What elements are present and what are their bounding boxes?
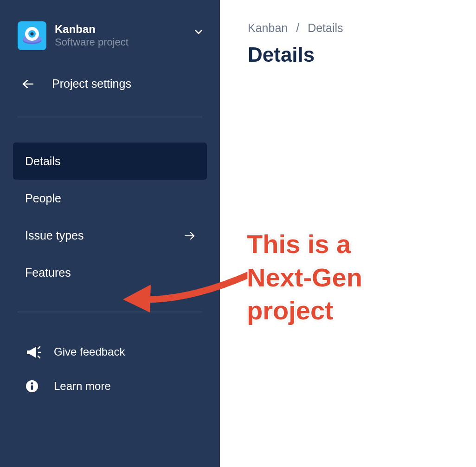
arrow-left-icon (21, 80, 34, 88)
nav-label: Details (25, 155, 60, 168)
sidebar-bottom-links: Give feedback Learn more (13, 335, 207, 403)
project-title-block: Kanban Software project (55, 23, 191, 48)
info-icon (25, 379, 44, 393)
svg-line-7 (38, 356, 40, 358)
breadcrumb: Kanban / Details (248, 21, 476, 35)
nav-label: Features (25, 266, 71, 279)
project-name: Kanban (55, 23, 191, 35)
feedback-label: Give feedback (54, 345, 125, 358)
give-feedback-link[interactable]: Give feedback (13, 335, 207, 369)
svg-point-4 (31, 32, 34, 36)
nav-item-people[interactable]: People (13, 180, 207, 217)
settings-nav: Details People Issue types Features (13, 143, 207, 291)
nav-item-details[interactable]: Details (13, 143, 207, 180)
svg-line-5 (38, 347, 40, 349)
page-title: Details (248, 43, 476, 66)
breadcrumb-current: Details (308, 21, 343, 35)
learn-more-link[interactable]: Learn more (13, 369, 207, 403)
project-type: Software project (55, 36, 191, 48)
back-to-project[interactable]: Project settings (13, 77, 207, 91)
svg-rect-10 (31, 385, 33, 390)
nav-item-features[interactable]: Features (13, 254, 207, 291)
nav-label: People (25, 192, 61, 205)
breadcrumb-root[interactable]: Kanban (248, 21, 288, 35)
megaphone-icon (25, 345, 44, 359)
nav-label: Issue types (25, 229, 84, 242)
arrow-right-icon (185, 229, 195, 242)
back-label: Project settings (52, 77, 131, 91)
sidebar: Kanban Software project Project settings… (0, 0, 220, 467)
nav-item-issue-types[interactable]: Issue types (13, 217, 207, 254)
project-switcher[interactable]: Kanban Software project (13, 21, 207, 50)
chevron-down-icon (195, 27, 202, 37)
main-content: Kanban / Details Details (220, 0, 476, 467)
breadcrumb-separator: / (296, 21, 299, 35)
learn-label: Learn more (54, 380, 111, 393)
divider (18, 117, 202, 117)
svg-point-9 (31, 383, 33, 385)
project-avatar-icon (18, 21, 46, 50)
divider (18, 311, 202, 312)
